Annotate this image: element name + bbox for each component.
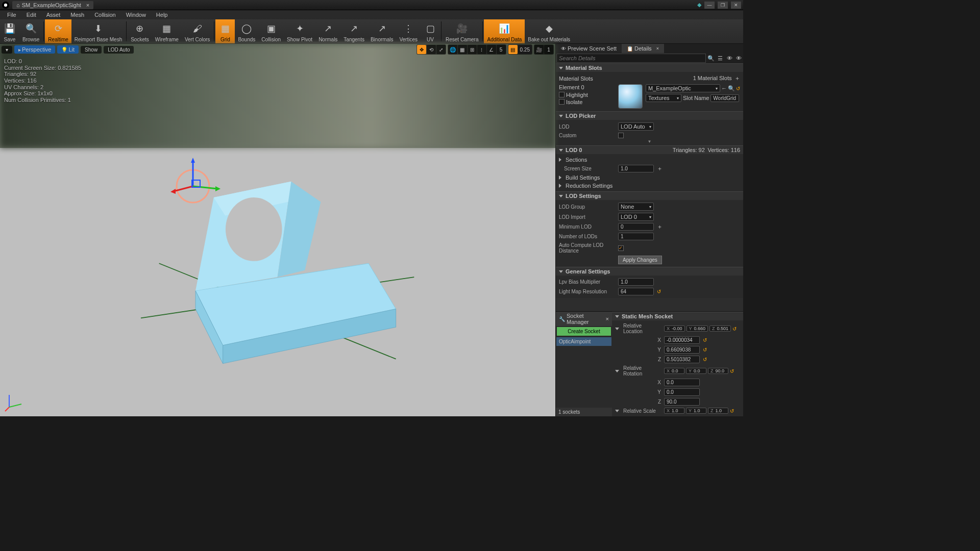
scale-mode-icon[interactable]: ⤢ xyxy=(436,45,446,54)
textures-dropdown[interactable]: Textures xyxy=(646,94,681,102)
reset-icon[interactable]: ↺ xyxy=(730,368,734,374)
menu-collision[interactable]: Collision xyxy=(89,11,121,19)
screen-size-input[interactable] xyxy=(618,165,654,172)
tab-preview-scene[interactable]: 👁 Preview Scene Sett xyxy=(556,44,622,53)
menu-file[interactable]: File xyxy=(2,11,21,19)
toolbar-normals-button[interactable]: ↗Normals xyxy=(315,19,340,43)
toolbar-reset-camera-button[interactable]: 🎥Reset Camera xyxy=(443,19,481,43)
toolbar-grid-button[interactable]: ▦Grid xyxy=(215,19,235,43)
tab-details[interactable]: 📋 Details× xyxy=(622,44,664,53)
socket-list-item[interactable]: OpticAimpoint xyxy=(556,337,611,346)
highlight-checkbox[interactable] xyxy=(559,92,565,97)
grid-snap-value[interactable]: ⫶ xyxy=(477,45,486,54)
lit-button[interactable]: 💡Lit xyxy=(57,45,79,54)
lpv-bias-input[interactable] xyxy=(618,278,654,286)
coord-space-icon[interactable]: 🌐 xyxy=(448,45,457,54)
camera-speed-icon[interactable]: 🎥 xyxy=(534,45,544,54)
toolbar-wireframe-button[interactable]: ▦Wireframe xyxy=(152,19,182,43)
rot-y-input[interactable] xyxy=(664,388,700,396)
toolbar-additional-data-button[interactable]: 📊Additional Data xyxy=(484,19,525,43)
toolbar-bounds-button[interactable]: ◯Bounds xyxy=(235,19,258,43)
toolbar-realtime-button[interactable]: ⟳Realtime xyxy=(45,19,71,43)
lod-button[interactable]: LOD Auto xyxy=(104,46,134,54)
reset-icon[interactable]: ↺ xyxy=(736,86,740,91)
create-socket-button[interactable]: Create Socket xyxy=(557,327,611,336)
lod-dropdown[interactable]: LOD Auto xyxy=(618,122,654,131)
section-lod-picker[interactable]: LOD Picker xyxy=(556,111,743,120)
toolbar-save-button[interactable]: 💾Save xyxy=(0,19,19,43)
menu-mesh[interactable]: Mesh xyxy=(65,11,89,19)
material-dropdown[interactable]: M_ExampleOptic xyxy=(646,84,720,92)
toolbar-sockets-button[interactable]: ⊕Sockets xyxy=(128,19,152,43)
lightmap-res-input[interactable] xyxy=(618,288,654,295)
translate-mode-icon[interactable]: ✥ xyxy=(417,45,426,54)
toolbar-tangents-button[interactable]: ↗Tangents xyxy=(340,19,368,43)
custom-lod-checkbox[interactable] xyxy=(618,133,624,138)
reduction-settings-row[interactable]: Reduction Settings xyxy=(559,182,740,190)
num-lods-input[interactable] xyxy=(618,233,654,240)
rot-x-input[interactable] xyxy=(664,379,700,386)
auto-lod-checkbox[interactable] xyxy=(618,245,624,251)
show-button[interactable]: Show xyxy=(81,46,102,54)
search-input[interactable] xyxy=(556,54,706,63)
section-lod-settings[interactable]: LOD Settings xyxy=(556,191,743,200)
scale-snap-value[interactable]: 0.25 xyxy=(518,45,532,54)
section-static-mesh-socket[interactable]: Static Mesh Socket xyxy=(612,312,743,320)
toolbar-binormals-button[interactable]: ↗Binormals xyxy=(368,19,396,43)
maximize-button[interactable]: ❐ xyxy=(718,2,728,9)
reset-icon[interactable]: ↺ xyxy=(730,408,734,414)
browse-icon[interactable]: 🔍 xyxy=(728,85,735,92)
loc-x-input[interactable] xyxy=(664,336,700,344)
use-selected-icon[interactable]: ← xyxy=(721,85,727,91)
section-material-slots[interactable]: Material Slots xyxy=(556,63,743,72)
close-button[interactable]: ✕ xyxy=(731,2,741,9)
add-slot-icon[interactable]: ＋ xyxy=(734,75,740,81)
angle-snap-value[interactable]: 5 xyxy=(497,45,506,54)
perspective-button[interactable]: ▸ Perspective xyxy=(14,45,55,54)
search-icon[interactable]: 🔍 xyxy=(707,54,715,62)
add-screen-icon[interactable]: ＋ xyxy=(657,165,663,172)
toolbar-browse-button[interactable]: 🔍Browse xyxy=(19,19,42,43)
material-thumbnail[interactable] xyxy=(618,84,643,109)
tab-socket-manager[interactable]: 🔧 Socket Manager× xyxy=(556,312,612,326)
filter-advanced-icon[interactable]: 👁 xyxy=(734,54,743,62)
isolate-checkbox[interactable] xyxy=(559,99,565,105)
loc-z-input[interactable] xyxy=(664,356,700,363)
toolbar-vert-colors-button[interactable]: 🖌Vert Colors xyxy=(182,19,213,43)
slotname-input[interactable] xyxy=(710,94,739,102)
surface-snap-icon[interactable]: ▦ xyxy=(458,45,467,54)
build-settings-row[interactable]: Build Settings xyxy=(559,173,740,182)
section-lod0[interactable]: LOD 0 Triangles: 92 Vertices: 116 xyxy=(556,145,743,154)
lod-group-dropdown[interactable]: None xyxy=(618,203,654,211)
lod-import-dropdown[interactable]: LOD 0 xyxy=(618,213,654,221)
menu-asset[interactable]: Asset xyxy=(41,11,66,19)
reset-icon[interactable]: ↺ xyxy=(657,289,661,294)
toolbar-uv-button[interactable]: ▢UV xyxy=(421,19,440,43)
reset-icon[interactable]: ↺ xyxy=(703,347,707,353)
menu-window[interactable]: Window xyxy=(121,11,151,19)
asset-tab[interactable]: ⌂ SM_ExampleOpticSight × xyxy=(12,1,93,9)
reset-icon[interactable]: ↺ xyxy=(732,326,737,332)
expand-advanced-icon[interactable]: ▼ xyxy=(559,139,740,144)
scale-snap-toggle-icon[interactable]: ▤ xyxy=(508,45,518,54)
reset-icon[interactable]: ↺ xyxy=(703,357,707,362)
toolbar-collision-button[interactable]: ▣Collision xyxy=(258,19,284,43)
section-general-settings[interactable]: General Settings xyxy=(556,267,743,276)
angle-snap-icon[interactable]: ∠ xyxy=(487,45,496,54)
close-icon[interactable]: × xyxy=(656,46,659,51)
add-min-lod-icon[interactable]: ＋ xyxy=(657,223,663,231)
toolbar-reimport-base-mesh-button[interactable]: ⬇Reimport Base Mesh xyxy=(71,19,125,43)
toolbar-vertices-button[interactable]: ⋮Vertices xyxy=(396,19,421,43)
source-control-icon[interactable]: ◆ xyxy=(697,2,701,9)
toolbar-bake-out-materials-button[interactable]: ◆Bake out Materials xyxy=(525,19,573,43)
rotate-mode-icon[interactable]: ⟲ xyxy=(427,45,436,54)
menu-edit[interactable]: Edit xyxy=(21,11,41,19)
close-tab-icon[interactable]: × xyxy=(86,2,89,8)
sections-row[interactable]: Sections xyxy=(559,156,740,164)
filter-list-icon[interactable]: ☰ xyxy=(716,54,724,62)
filter-eye-icon[interactable]: 👁 xyxy=(725,54,733,62)
grid-snap-icon[interactable]: ⊞ xyxy=(468,45,477,54)
apply-changes-button[interactable]: Apply Changes xyxy=(618,256,662,264)
transform-gizmo[interactable] xyxy=(166,156,228,217)
toolbar-show-pivot-button[interactable]: ✦Show Pivot xyxy=(284,19,315,43)
